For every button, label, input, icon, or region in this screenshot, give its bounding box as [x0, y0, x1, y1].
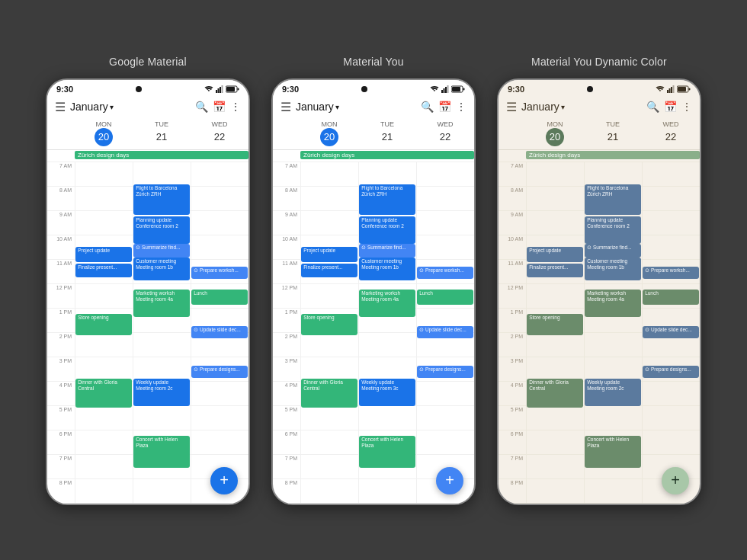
calendar-icon[interactable]: 📅: [664, 101, 677, 113]
hour-cells-9: [526, 382, 700, 405]
search-icon[interactable]: 🔍: [646, 101, 659, 113]
day-header-row: Mon20Tue21Wed22: [499, 119, 700, 150]
hour-label-4: 11 AM: [273, 260, 300, 283]
day-cell-6-2: [191, 309, 248, 332]
hour-label-12: 7 PM: [273, 455, 300, 478]
day-header-2[interactable]: Wed22: [416, 119, 474, 149]
day-cell-10-1: [133, 406, 191, 430]
menu-icon[interactable]: ☰: [55, 100, 66, 114]
more-icon[interactable]: ⋮: [230, 101, 241, 113]
svg-rect-2: [220, 87, 221, 93]
hour-cells-2: [75, 211, 248, 235]
column-material-you-dynamic: Material You Dynamic Color 9:30 ☰ Januar…: [497, 56, 701, 505]
calendar-icon[interactable]: 📅: [438, 101, 451, 113]
fab-button[interactable]: +: [662, 467, 689, 494]
menu-icon[interactable]: ☰: [506, 100, 517, 114]
hour-cells-10: [75, 406, 248, 430]
day-header-2[interactable]: WED22: [191, 119, 248, 149]
hour-cells-9: [75, 382, 248, 405]
hour-row-3: 10 AM: [273, 235, 474, 259]
status-time: 9:30: [56, 85, 73, 94]
hour-label-8: 3 PM: [273, 357, 300, 381]
day-cell-2-2: [416, 211, 474, 235]
svg-rect-9: [445, 87, 447, 93]
app-bar: ☰ January ▾ 🔍 📅 ⋮: [499, 95, 700, 119]
hour-row-5: 12 PM: [273, 283, 474, 308]
day-cell-7-1: [358, 333, 416, 357]
menu-icon[interactable]: ☰: [281, 100, 291, 114]
hour-cells-9: [300, 382, 474, 405]
hour-label-5: 12 PM: [499, 284, 526, 308]
battery-icon: [451, 85, 465, 93]
day-cell-10-2: [191, 406, 248, 430]
status-time: 9:30: [508, 85, 524, 94]
hour-row-0: 7 AM: [47, 162, 248, 186]
more-icon[interactable]: ⋮: [456, 101, 466, 113]
day-cell-11-2: [416, 430, 474, 454]
day-cell-1-2: [642, 187, 700, 210]
month-title: January ▾: [70, 101, 191, 113]
hour-cells-11: [75, 430, 248, 454]
search-icon[interactable]: 🔍: [195, 101, 208, 113]
hour-row-1: 8 AM: [47, 186, 248, 210]
day-cell-8-2: [416, 357, 474, 381]
day-cell-9-2: [416, 382, 474, 405]
search-icon[interactable]: 🔍: [421, 101, 434, 113]
day-header-1[interactable]: TUE21: [133, 119, 191, 149]
hour-row-9: 4 PM: [273, 381, 474, 405]
status-bar: 9:30: [273, 80, 474, 95]
status-icons: [204, 85, 239, 93]
day-cell-8-0: [300, 357, 358, 381]
hour-row-3: 10 AM: [47, 235, 248, 259]
fab-button[interactable]: +: [210, 467, 238, 494]
day-cell-8-0: [526, 357, 584, 381]
month-title: January ▾: [521, 101, 642, 113]
day-cell-0-1: [133, 162, 191, 186]
day-cell-0-2: [642, 162, 700, 186]
app-bar: ☰ January ▾ 🔍 📅 ⋮: [47, 95, 248, 119]
day-header-1[interactable]: Tue21: [358, 119, 416, 149]
hour-label-9: 4 PM: [47, 382, 75, 405]
signal-icon: [441, 85, 449, 93]
day-cell-5-0: [75, 284, 133, 308]
day-cell-7-0: [75, 333, 133, 357]
day-cell-13-1: [584, 479, 642, 503]
calendar-icon[interactable]: 📅: [213, 101, 226, 113]
hour-label-3: 10 AM: [499, 235, 526, 259]
day-cell-5-2: [416, 284, 474, 308]
hour-row-2: 9 AM: [273, 210, 474, 235]
day-cell-11-1: [133, 430, 191, 454]
day-cell-12-0: [526, 455, 584, 478]
day-header-0[interactable]: MON20: [75, 119, 133, 149]
hour-label-0: 7 AM: [499, 162, 526, 186]
app-bar: ☰ January ▾ 🔍 📅 ⋮: [273, 95, 474, 119]
day-cell-1-0: [75, 187, 133, 210]
day-cell-0-2: [416, 162, 474, 186]
day-cell-3-0: [526, 235, 584, 259]
day-cell-1-0: [300, 187, 358, 210]
hour-row-7: 2 PM: [273, 332, 474, 357]
hour-row-10: 5 PM: [47, 405, 248, 430]
day-header-0[interactable]: Mon20: [526, 119, 584, 149]
day-header-2[interactable]: Wed22: [642, 119, 700, 149]
day-cell-9-0: [300, 382, 358, 405]
hour-label-1: 8 AM: [499, 187, 526, 210]
day-cell-11-2: [642, 430, 700, 454]
hour-cells-8: [300, 357, 474, 381]
day-cell-9-1: [584, 382, 642, 405]
hour-cells-0: [300, 162, 474, 186]
day-cell-3-2: [191, 235, 248, 259]
more-icon[interactable]: ⋮: [681, 101, 692, 113]
day-cell-6-2: [416, 309, 474, 332]
column-label-material-you-dynamic: Material You Dynamic Color: [531, 56, 667, 68]
hour-row-11: 6 PM: [273, 430, 474, 454]
day-cell-4-0: [300, 260, 358, 283]
time-grid-inner: 7 AM8 AM9 AM10 AM11 AM12 PM1 PM2 PM3 PM4…: [273, 162, 474, 504]
day-header-1[interactable]: Tue21: [584, 119, 642, 149]
fab-button[interactable]: +: [436, 467, 463, 494]
day-cell-13-1: [133, 479, 191, 503]
hour-cells-7: [300, 333, 474, 357]
hour-label-12: 7 PM: [47, 455, 75, 478]
day-header-0[interactable]: Mon20: [300, 119, 358, 149]
day-cell-8-2: [191, 357, 248, 381]
